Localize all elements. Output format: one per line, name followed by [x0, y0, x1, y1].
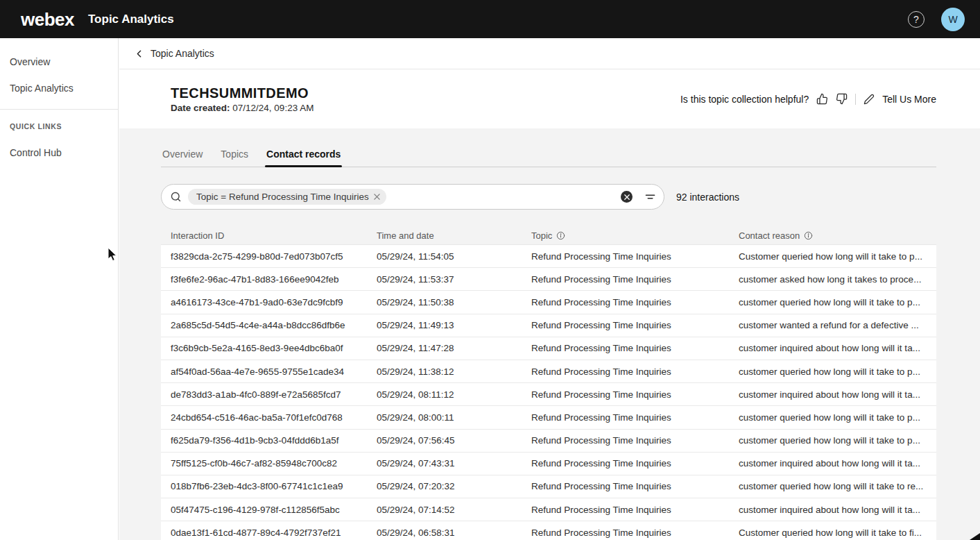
- table-row[interactable]: 0dae13f1-61cd-4877-89c4-4792f737ef21 05/…: [161, 521, 936, 540]
- search-input[interactable]: Topic = Refund Processing Time Inquiries: [161, 184, 664, 210]
- tell-us-more-label[interactable]: Tell Us More: [882, 94, 936, 105]
- tab-topics[interactable]: Topics: [219, 144, 250, 167]
- table-row[interactable]: 75ff5125-cf0b-46c7-af82-85948c700c82 05/…: [161, 453, 936, 475]
- search-icon: [170, 191, 182, 203]
- back-button[interactable]: [133, 48, 145, 60]
- cell-interaction-id: f625da79-f356-4d1b-9cb3-04fddd6b1a5f: [161, 435, 367, 446]
- cell-contact-reason: customer inquired about how long will it…: [729, 389, 936, 400]
- cell-topic: Refund Processing Time Inquiries: [522, 274, 729, 285]
- tab-overview[interactable]: Overview: [161, 144, 204, 167]
- cell-interaction-id: 0dae13f1-61cd-4877-89c4-4792f737ef21: [161, 528, 367, 538]
- sidebar-divider: [0, 109, 118, 110]
- top-bar: webex Topic Analytics ? W: [0, 0, 980, 38]
- cell-topic: Refund Processing Time Inquiries: [522, 505, 729, 515]
- date-created-value: 07/12/24, 09:23 AM: [232, 103, 313, 113]
- sidebar-item-overview[interactable]: Overview: [0, 51, 118, 73]
- breadcrumb-label[interactable]: Topic Analytics: [151, 48, 214, 59]
- filter-chip[interactable]: Topic = Refund Processing Time Inquiries: [188, 189, 386, 205]
- cell-topic: Refund Processing Time Inquiries: [522, 343, 729, 353]
- chip-remove-icon[interactable]: [374, 194, 380, 200]
- sidebar: Overview Topic Analytics QUICK LINKS Con…: [0, 38, 119, 540]
- feedback-question: Is this topic collection helpful?: [680, 94, 809, 105]
- thumbs-down-button[interactable]: [836, 93, 848, 105]
- cell-time-and-date: 05/29/24, 11:53:37: [367, 274, 522, 285]
- date-created-label: Date created:: [171, 103, 230, 113]
- table-row[interactable]: f3c6b9cb-5e2a-4165-8ed3-9ee4dbc6ba0f 05/…: [161, 337, 936, 360]
- cell-topic: Refund Processing Time Inquiries: [522, 389, 729, 400]
- breadcrumb: Topic Analytics: [119, 38, 980, 69]
- cell-contact-reason: customer queried how long will it take t…: [729, 366, 936, 377]
- pencil-icon: [863, 94, 875, 105]
- thumbs-down-icon: [836, 93, 848, 105]
- cell-interaction-id: f3c6b9cb-5e2a-4165-8ed3-9ee4dbc6ba0f: [161, 343, 367, 353]
- cell-interaction-id: de783dd3-a1ab-4fc0-889f-e72a5685fcd7: [161, 389, 367, 400]
- sidebar-item-control-hub[interactable]: Control Hub: [0, 142, 118, 164]
- cell-contact-reason: customer asked how long it takes to proc…: [729, 274, 936, 285]
- cell-contact-reason: customer inquired about how long will it…: [729, 505, 936, 515]
- filter-row: Topic = Refund Processing Time Inquiries…: [161, 184, 936, 210]
- cell-contact-reason: customer queried how long will it take t…: [729, 297, 936, 307]
- interactions-count: 92 interactions: [676, 192, 739, 203]
- thumbs-up-icon: [816, 93, 828, 105]
- cell-interaction-id: 24cbd654-c516-46ac-ba5a-70f1efc0d768: [161, 412, 367, 423]
- clear-search-icon[interactable]: [621, 191, 633, 203]
- table-row[interactable]: 05f47475-c196-4129-978f-c112856f5abc 05/…: [161, 498, 936, 521]
- cell-contact-reason: customer inquired about how long will it…: [729, 343, 936, 353]
- webex-logo: webex: [21, 10, 74, 28]
- table-row[interactable]: de783dd3-a1ab-4fc0-889f-e72a5685fcd7 05/…: [161, 383, 936, 406]
- app-title: Topic Analytics: [88, 12, 174, 26]
- table-row[interactable]: 24cbd654-c516-46ac-ba5a-70f1efc0d768 05/…: [161, 406, 936, 429]
- cell-topic: Refund Processing Time Inquiries: [522, 435, 729, 446]
- sidebar-item-topic-analytics[interactable]: Topic Analytics: [0, 77, 118, 99]
- cell-time-and-date: 05/29/24, 07:14:52: [367, 505, 522, 515]
- table-row[interactable]: 018b7fb6-23eb-4dc3-8f00-67741c1c1ea9 05/…: [161, 475, 936, 498]
- cell-time-and-date: 05/29/24, 11:38:12: [367, 366, 522, 377]
- cell-time-and-date: 05/29/24, 07:20:32: [367, 481, 522, 491]
- cell-time-and-date: 05/29/24, 07:56:45: [367, 435, 522, 446]
- cell-interaction-id: 018b7fb6-23eb-4dc3-8f00-67741c1c1ea9: [161, 481, 367, 491]
- filter-lines-icon[interactable]: [645, 192, 655, 201]
- page-title: TECHSUMMITDEMO: [171, 85, 309, 101]
- cell-topic: Refund Processing Time Inquiries: [522, 481, 729, 491]
- table-row[interactable]: f3fe6fe2-96ac-47b1-8d83-166ee9042feb 05/…: [161, 268, 936, 291]
- cell-time-and-date: 05/29/24, 11:47:28: [367, 343, 522, 353]
- cell-contact-reason: Customer queried how long will it take t…: [729, 528, 936, 538]
- cell-interaction-id: f3829cda-2c75-4299-b80d-7ed073b07cf5: [161, 251, 367, 262]
- column-header-contact-reason: Contact reason: [729, 230, 936, 241]
- column-header-interaction-id: Interaction ID: [161, 230, 367, 241]
- table-row[interactable]: f3829cda-2c75-4299-b80d-7ed073b07cf5 05/…: [161, 245, 936, 268]
- table-row[interactable]: a4616173-43ce-47b1-9ad0-63e7dc9fcbf9 05/…: [161, 291, 936, 314]
- main-area: Topic Analytics TECHSUMMITDEMO Date crea…: [119, 38, 980, 540]
- cell-interaction-id: f3fe6fe2-96ac-47b1-8d83-166ee9042feb: [161, 274, 367, 285]
- cell-topic: Refund Processing Time Inquiries: [522, 297, 729, 307]
- thumbs-up-button[interactable]: [816, 93, 828, 105]
- cell-interaction-id: 05f47475-c196-4129-978f-c112856f5abc: [161, 505, 367, 515]
- cell-topic: Refund Processing Time Inquiries: [522, 366, 729, 377]
- cell-time-and-date: 05/29/24, 08:00:11: [367, 412, 522, 423]
- table-row[interactable]: af54f0ad-56aa-4e7e-9655-9755e1cade34 05/…: [161, 360, 936, 383]
- filter-chip-label: Topic = Refund Processing Time Inquiries: [196, 192, 369, 202]
- cell-topic: Refund Processing Time Inquiries: [522, 458, 729, 469]
- tell-us-more-button[interactable]: [863, 94, 875, 105]
- cell-topic: Refund Processing Time Inquiries: [522, 412, 729, 423]
- cell-contact-reason: Customer queried how long will it take t…: [729, 251, 936, 262]
- avatar[interactable]: W: [941, 8, 965, 31]
- cell-time-and-date: 05/29/24, 08:11:12: [367, 389, 522, 400]
- feedback-divider: [855, 94, 856, 105]
- help-icon[interactable]: ?: [908, 11, 925, 28]
- contact-reason-info-icon[interactable]: [804, 231, 813, 240]
- cell-contact-reason: customer queried how long will it take t…: [729, 412, 936, 423]
- table-row[interactable]: f625da79-f356-4d1b-9cb3-04fddd6b1a5f 05/…: [161, 430, 936, 453]
- column-header-time-and-date: Time and date: [367, 230, 522, 241]
- content-panel: Overview Topics Contact records Topic = …: [119, 128, 980, 540]
- table-header-row: Interaction ID Time and date Topic Conta…: [161, 226, 936, 244]
- feedback-bar: Is this topic collection helpful? Tell U…: [680, 69, 936, 128]
- title-bar: TECHSUMMITDEMO Date created: 07/12/24, 0…: [119, 69, 980, 128]
- table-row[interactable]: 2a685c5d-54d5-4c4e-a44a-b8dcc86dfb6e 05/…: [161, 314, 936, 337]
- contact-records-table: Interaction ID Time and date Topic Conta…: [161, 226, 936, 540]
- tab-bar: Overview Topics Contact records: [161, 144, 936, 167]
- topic-info-icon[interactable]: [556, 231, 565, 240]
- cell-time-and-date: 05/29/24, 11:54:05: [367, 251, 522, 262]
- tab-contact-records[interactable]: Contact records: [265, 144, 342, 167]
- cell-time-and-date: 05/29/24, 11:50:38: [367, 297, 522, 307]
